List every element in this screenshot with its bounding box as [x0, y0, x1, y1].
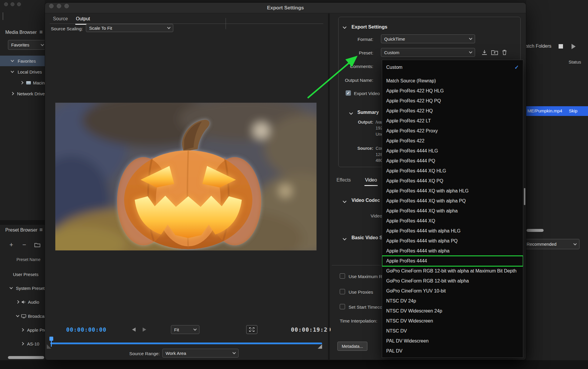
bg-minimize-button[interactable]	[11, 2, 14, 6]
dialog-title: Export Settings	[45, 5, 526, 11]
right-pane-scrollbar[interactable]	[524, 188, 525, 205]
delete-preset-icon[interactable]	[501, 49, 508, 56]
summary-source-label: Source:	[325, 146, 373, 151]
tab-effects[interactable]: Effects	[336, 176, 352, 185]
chevron-down-icon	[9, 286, 13, 289]
crop-button[interactable]	[246, 325, 257, 334]
work-area-end-handle[interactable]	[318, 344, 322, 349]
preset-menu-item[interactable]: Apple ProRes 4444 with alpha HLG	[382, 226, 523, 236]
sidebar-item-network-drives[interactable]: Network Drives	[0, 88, 45, 99]
preset-menu-item-label: Apple ProRes 4444 XQ HLG	[386, 168, 446, 174]
sidebar-item-macintosh-hd[interactable]: Macintosh HD	[0, 77, 45, 88]
chevron-down-icon[interactable]	[343, 237, 347, 240]
preset-tree-apple-prores[interactable]: Apple ProRes	[0, 325, 45, 335]
export-settings-header[interactable]: Export Settings	[352, 24, 387, 30]
recommended-preset-dropdown[interactable]: - Recommended	[521, 239, 579, 249]
preset-menu-item[interactable]: Apple ProRes 4444 with alpha PQ	[382, 236, 523, 246]
preset-menu-item[interactable]: PAL DV Widescreen	[382, 336, 523, 346]
media-browser-menu-icon[interactable]: ≡	[39, 29, 43, 36]
preset-menu-item[interactable]: Custom ✓	[382, 62, 523, 72]
preset-tree-system-presets[interactable]: System Presets	[0, 283, 45, 293]
preset-menu-item[interactable]: GoPro CineForm RGB 12-bit with alpha	[382, 276, 523, 286]
preset-browser-title: Preset Browser	[5, 227, 37, 233]
sidebar-item-label: Favorites	[18, 59, 36, 64]
timeline-scrubber[interactable]	[50, 343, 322, 344]
stop-queue-icon[interactable]	[559, 44, 563, 49]
preset-menu-item[interactable]: Apple ProRes 4444 XQ PQ	[382, 176, 523, 186]
preset-menu-item[interactable]: Apple ProRes 422 Proxy	[382, 126, 523, 136]
preset-menu-item[interactable]: Apple ProRes 422 HQ HLG	[382, 86, 523, 96]
format-dropdown[interactable]: QuickTime	[381, 34, 475, 43]
preset-menu-item[interactable]: Apple ProRes 4444 PQ	[382, 156, 523, 166]
summary-header[interactable]: Summary	[357, 109, 379, 115]
bg-close-button[interactable]	[4, 2, 8, 6]
remove-preset-icon[interactable]: −	[22, 241, 26, 249]
hard-disk-icon	[26, 81, 31, 85]
preset-menu-item[interactable]: Apple ProRes 422 HQ PQ	[382, 96, 523, 106]
video-codec-header[interactable]: Video Codec	[352, 197, 380, 203]
new-preset-folder-icon[interactable]	[34, 242, 41, 247]
preset-menu-item[interactable]: Apple ProRes 4444 XQ with alpha PQ	[382, 196, 523, 206]
preset-menu-item[interactable]: Apple ProRes 4444 HLG	[382, 146, 523, 156]
preset-menu-item[interactable]: NTSC DV	[382, 326, 523, 336]
preset-menu-item-label: Apple ProRes 4444 with alpha PQ	[386, 238, 458, 244]
preset-menu-item[interactable]: Apple ProRes 4444	[382, 256, 523, 266]
preset-browser-menu-icon[interactable]: ≡	[39, 226, 43, 233]
source-scaling-dropdown[interactable]: Scale To Fit	[86, 24, 173, 32]
preset-menu-item[interactable]: GoPro CineForm YUV 10-bit	[382, 286, 523, 296]
preset-menu-item[interactable]: Apple ProRes 422	[382, 136, 523, 146]
preset-tree-user-presets[interactable]: User Presets	[0, 269, 45, 280]
favorites-dropdown[interactable]: Favorites	[8, 40, 45, 50]
horizontal-scrollbar[interactable]	[8, 356, 44, 359]
preset-menu-item[interactable]: NTSC DV Widescreen 24p	[382, 306, 523, 316]
preset-menu-item-label: Apple ProRes 4444 XQ with alpha	[386, 208, 458, 214]
preset-menu-item[interactable]: Apple ProRes 4444 with alpha	[382, 246, 523, 256]
export-video-checkbox[interactable]: ✓	[346, 90, 351, 96]
save-preset-icon[interactable]	[481, 49, 488, 56]
set-start-timecode-checkbox[interactable]	[340, 304, 345, 309]
import-preset-icon[interactable]	[491, 49, 499, 56]
preset-menu-item[interactable]: NTSC DV Widescreen	[382, 316, 523, 326]
preset-tree-as10[interactable]: AS-10	[0, 338, 45, 349]
sidebar-item-favorites[interactable]: Favorites	[0, 56, 45, 66]
preset-menu-item[interactable]: Apple ProRes 422 LT	[382, 116, 523, 126]
add-preset-icon[interactable]: +	[9, 241, 13, 249]
format-value: QuickTime	[384, 36, 405, 41]
preset-menu-item[interactable]: Apple ProRes 4444 XQ	[382, 216, 523, 226]
preset-tree-label: AS-10	[27, 341, 39, 346]
preset-menu-item[interactable]: NTSC DV 24p	[382, 296, 523, 306]
source-range-dropdown[interactable]: Work Area	[162, 349, 239, 358]
preset-menu-item[interactable]: Apple ProRes 4444 XQ with alpha	[382, 206, 523, 216]
metadata-button[interactable]: Metadata...	[337, 342, 367, 351]
start-queue-icon[interactable]	[572, 44, 576, 49]
tab-source[interactable]: Source	[52, 15, 69, 24]
zoom-level-dropdown[interactable]: Fit	[171, 325, 199, 334]
preset-tree-broadcast[interactable]: Broadcast	[0, 311, 45, 321]
basic-video-settings-header[interactable]: Basic Video Se	[352, 235, 385, 241]
preset-menu-item[interactable]: Apple ProRes 4444 XQ HLG	[382, 166, 523, 176]
preset-tree-label: User Presets	[13, 272, 39, 277]
preset-name-column-header[interactable]: Preset Name	[16, 257, 41, 262]
screen: Media Browser ≡ Favorites Favorites Loca…	[0, 0, 588, 369]
sidebar-item-local-drives[interactable]: Local Drives	[0, 67, 45, 77]
use-maximum-render-quality-checkbox[interactable]	[340, 273, 345, 279]
tv-icon	[21, 314, 26, 318]
preset-menu-item[interactable]: Apple ProRes 4444 XQ with alpha HLG	[382, 186, 523, 196]
preset-tree-audio[interactable]: Audio	[0, 297, 45, 307]
chevron-down-icon[interactable]	[343, 199, 347, 203]
preset-menu-item[interactable]: Apple ProRes 422 HQ	[382, 106, 523, 116]
tab-video[interactable]: Video	[364, 176, 378, 186]
queue-horizontal-scrollbar[interactable]	[527, 229, 544, 232]
in-point-marker-icon[interactable]	[132, 328, 136, 332]
bg-zoom-button[interactable]	[17, 2, 21, 6]
preset-menu-item[interactable]: GoPro CineForm RGB 12-bit with alpha at …	[382, 266, 523, 276]
use-proxies-label: Use Proxies	[349, 289, 373, 295]
preset-menu-item[interactable]: PAL DV	[382, 346, 523, 356]
preset-menu-item[interactable]: Match Source (Rewrap)	[382, 76, 523, 86]
preset-dropdown[interactable]: Custom	[381, 48, 475, 57]
preset-menu-item-label: Apple ProRes 422 HQ	[386, 108, 433, 114]
out-point-marker-icon[interactable]	[143, 328, 146, 332]
playhead-handle[interactable]	[49, 337, 53, 341]
work-area-start-handle[interactable]	[47, 344, 51, 349]
use-proxies-checkbox[interactable]	[340, 289, 345, 294]
